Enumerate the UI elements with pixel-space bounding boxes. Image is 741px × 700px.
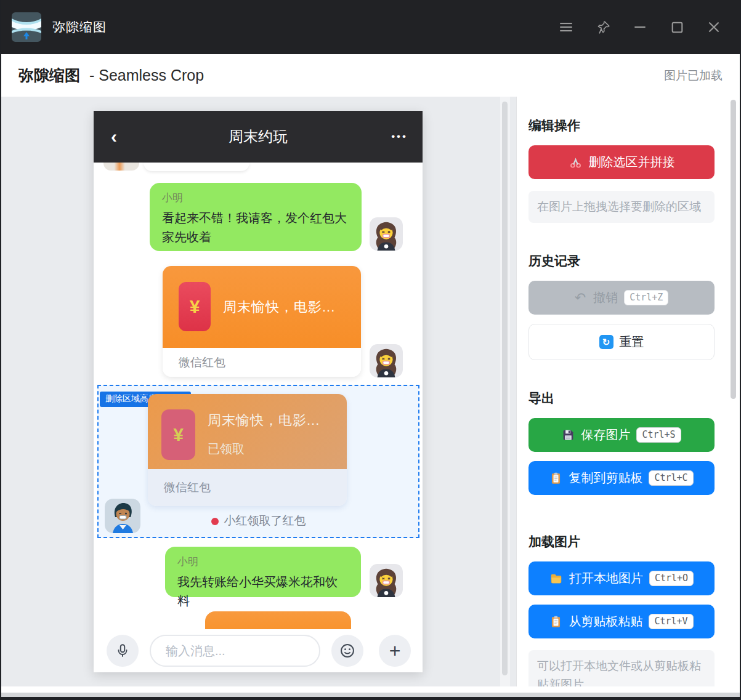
menu-icon[interactable] bbox=[555, 16, 577, 38]
titlebar: 弥隙缩图 bbox=[0, 0, 741, 54]
microphone-icon bbox=[107, 635, 139, 667]
red-packet-card: ¥ 周末愉快，电影... 微信红包 bbox=[163, 266, 361, 377]
pin-icon[interactable] bbox=[592, 16, 614, 38]
app-header: 弥隙缩图 - Seamless Crop 图片已加载 bbox=[1, 54, 740, 97]
undo-icon: ↶ bbox=[575, 290, 586, 306]
canvas-area: ‹ 周末约玩 ••• 小明 看起来不错！我请客，发个红包大家先收着 ¥ 周末愉快… bbox=[1, 97, 516, 686]
paste-shortcut: Ctrl+V bbox=[649, 614, 693, 629]
partial-message-bubble bbox=[144, 163, 249, 171]
save-shortcut: Ctrl+S bbox=[636, 427, 681, 443]
undo-button[interactable]: ↶ 撤销 Ctrl+Z bbox=[528, 281, 715, 315]
plus-icon: + bbox=[379, 635, 411, 667]
reset-icon: ↻ bbox=[599, 335, 613, 349]
floppy-disk-icon bbox=[562, 428, 575, 441]
red-packet-card-opened: ¥ 周末愉快，电影... 已领取 微信红包 bbox=[148, 394, 347, 506]
message-input: 输入消息... bbox=[150, 635, 320, 667]
delete-selection-button[interactable]: 删除选区并拼接 bbox=[528, 145, 715, 179]
open-local-image-button[interactable]: 打开本地图片 Ctrl+O bbox=[528, 561, 715, 595]
section-heading-edit: 编辑操作 bbox=[528, 117, 715, 134]
scissors-icon bbox=[569, 155, 583, 169]
close-icon[interactable] bbox=[703, 16, 725, 38]
status-text: 图片已加载 bbox=[664, 68, 723, 84]
save-image-button[interactable]: 保存图片 Ctrl+S bbox=[528, 418, 715, 452]
more-icon: ••• bbox=[391, 124, 408, 149]
avatar bbox=[370, 217, 403, 251]
maximize-icon[interactable] bbox=[666, 16, 688, 38]
edit-hint: 在图片上拖拽选择要删除的区域 bbox=[528, 191, 715, 223]
clipboard-icon bbox=[549, 472, 562, 485]
red-packet-body: ¥ 周末愉快，电影... 已领取 bbox=[148, 394, 347, 469]
window-title: 弥隙缩图 bbox=[52, 18, 107, 36]
red-packet-body: ¥ 周末愉快，电影... bbox=[163, 266, 361, 348]
folder-icon bbox=[549, 572, 563, 585]
paste-from-clipboard-button[interactable]: 从剪贴板粘贴 Ctrl+V bbox=[528, 605, 715, 638]
message-text: 我先转账给小华买爆米花和饮料 bbox=[177, 573, 349, 611]
red-dot-icon bbox=[211, 518, 219, 525]
chat-input-bar: 输入消息... + bbox=[94, 629, 423, 672]
main-scrollbar-thumb[interactable] bbox=[502, 102, 508, 675]
avatar bbox=[370, 563, 403, 598]
copy-to-clipboard-button[interactable]: 复制到剪贴板 Ctrl+C bbox=[528, 461, 715, 495]
section-heading-history: 历史记录 bbox=[528, 252, 715, 270]
minimize-icon[interactable] bbox=[629, 16, 651, 38]
app-subtitle: - Seamless Crop bbox=[89, 66, 204, 84]
divider bbox=[516, 97, 517, 686]
system-notice: 小红领取了红包 bbox=[99, 513, 418, 529]
sender-name: 小明 bbox=[177, 555, 349, 569]
avatar bbox=[103, 163, 139, 171]
image-canvas[interactable]: ‹ 周末约玩 ••• 小明 看起来不错！我请客，发个红包大家先收着 ¥ 周末愉快… bbox=[94, 111, 423, 672]
app-name: 弥隙缩图 bbox=[18, 66, 80, 84]
chat-header: ‹ 周末约玩 ••• bbox=[94, 111, 423, 163]
app-logo-icon bbox=[12, 12, 41, 42]
clipboard-icon bbox=[549, 615, 562, 628]
sidebar: 编辑操作 删除选区并拼接 在图片上拖拽选择要删除的区域 历史记录 ↶ 撤销 Ct… bbox=[517, 97, 740, 686]
chat-title: 周末约玩 bbox=[94, 127, 423, 147]
red-packet-footer: 微信红包 bbox=[163, 348, 361, 377]
horizontal-scrollbar-track[interactable] bbox=[1, 686, 740, 693]
copy-shortcut: Ctrl+C bbox=[649, 470, 693, 486]
section-heading-export: 导出 bbox=[528, 390, 715, 407]
reset-button[interactable]: ↻ 重置 bbox=[528, 324, 715, 360]
notice-text: 小红领取了红包 bbox=[224, 514, 306, 527]
sidebar-scrollbar-thumb[interactable] bbox=[731, 100, 736, 399]
open-shortcut: Ctrl+O bbox=[649, 571, 694, 586]
main-scrollbar[interactable] bbox=[500, 97, 510, 686]
red-packet-footer: 微信红包 bbox=[148, 469, 347, 506]
emoji-icon bbox=[331, 635, 363, 667]
red-packet-title: 周末愉快，电影... bbox=[223, 298, 335, 316]
red-packet-icon: ¥ bbox=[179, 282, 211, 331]
message-bubble: 小明 我先转账给小华买爆米花和饮料 bbox=[165, 547, 361, 597]
sender-name: 小明 bbox=[162, 191, 349, 205]
undo-shortcut: Ctrl+Z bbox=[624, 290, 668, 305]
avatar bbox=[370, 344, 403, 378]
input-placeholder: 输入消息... bbox=[166, 643, 225, 659]
message-bubble: 小明 看起来不错！我请客，发个红包大家先收着 bbox=[150, 183, 362, 251]
window-border bbox=[0, 697, 741, 700]
partial-red-packet bbox=[205, 611, 351, 629]
red-packet-status: 已领取 bbox=[208, 441, 245, 457]
page-title: 弥隙缩图 - Seamless Crop bbox=[18, 65, 204, 86]
section-heading-load: 加载图片 bbox=[528, 533, 715, 550]
message-text: 看起来不错！我请客，发个红包大家先收着 bbox=[162, 209, 349, 247]
red-packet-icon: ¥ bbox=[161, 409, 195, 460]
window-border bbox=[0, 0, 1, 700]
delete-selection-region[interactable]: 删除区域高度: 257px ¥ 周末愉快，电影... 已领取 微信红包 小红领取… bbox=[97, 385, 419, 538]
red-packet-title: 周末愉快，电影... bbox=[208, 411, 320, 430]
